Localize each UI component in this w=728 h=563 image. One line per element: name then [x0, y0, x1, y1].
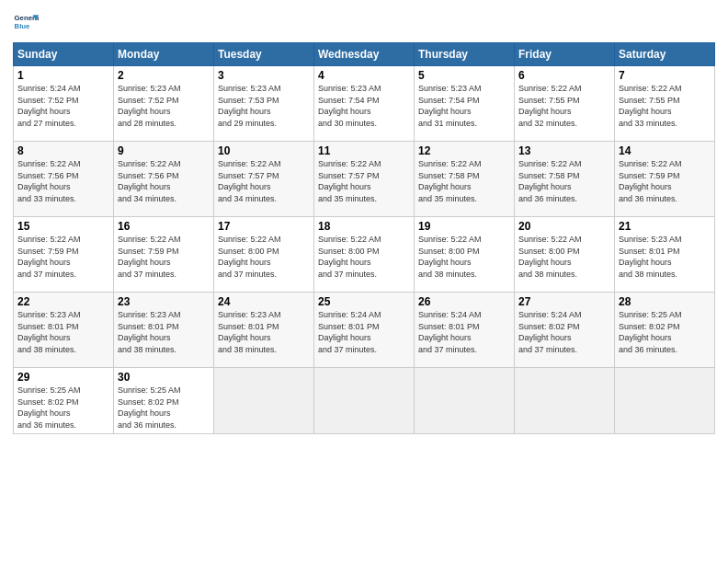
logo: General Blue	[13, 9, 39, 35]
calendar-cell: 16 Sunrise: 5:22 AM Sunset: 7:59 PM Dayl…	[114, 217, 214, 293]
calendar-cell: 3 Sunrise: 5:23 AM Sunset: 7:53 PM Dayli…	[214, 66, 314, 142]
day-number: 7	[619, 69, 711, 82]
cell-info: Sunrise: 5:23 AM Sunset: 7:52 PM Dayligh…	[118, 83, 210, 129]
cell-info: Sunrise: 5:24 AM Sunset: 8:01 PM Dayligh…	[318, 309, 410, 355]
calendar-cell: 29 Sunrise: 5:25 AM Sunset: 8:02 PM Dayl…	[14, 368, 114, 434]
cell-info: Sunrise: 5:23 AM Sunset: 8:01 PM Dayligh…	[118, 309, 210, 355]
svg-text:Blue: Blue	[15, 22, 31, 30]
day-number: 6	[518, 69, 610, 82]
cell-info: Sunrise: 5:25 AM Sunset: 8:02 PM Dayligh…	[17, 385, 109, 431]
day-number: 13	[518, 144, 610, 157]
weekday-header: Saturday	[615, 43, 715, 66]
day-number: 30	[118, 371, 210, 384]
cell-info: Sunrise: 5:22 AM Sunset: 8:00 PM Dayligh…	[318, 234, 410, 280]
day-number: 9	[118, 144, 210, 157]
calendar-cell	[615, 368, 715, 434]
cell-info: Sunrise: 5:23 AM Sunset: 8:01 PM Dayligh…	[218, 309, 310, 355]
calendar-cell: 11 Sunrise: 5:22 AM Sunset: 7:57 PM Dayl…	[314, 142, 415, 217]
calendar-cell: 19 Sunrise: 5:22 AM Sunset: 8:00 PM Dayl…	[415, 217, 515, 293]
cell-info: Sunrise: 5:22 AM Sunset: 7:56 PM Dayligh…	[17, 158, 109, 204]
day-number: 10	[218, 144, 310, 157]
day-number: 20	[518, 220, 610, 233]
calendar-cell: 21 Sunrise: 5:23 AM Sunset: 8:01 PM Dayl…	[615, 217, 715, 293]
day-number: 8	[17, 144, 109, 157]
day-number: 1	[17, 69, 109, 82]
calendar-cell: 28 Sunrise: 5:25 AM Sunset: 8:02 PM Dayl…	[615, 293, 715, 368]
calendar-cell: 14 Sunrise: 5:22 AM Sunset: 7:59 PM Dayl…	[615, 142, 715, 217]
cell-info: Sunrise: 5:24 AM Sunset: 8:02 PM Dayligh…	[518, 309, 610, 355]
calendar-cell: 2 Sunrise: 5:23 AM Sunset: 7:52 PM Dayli…	[114, 66, 214, 142]
day-number: 27	[518, 295, 610, 308]
cell-info: Sunrise: 5:23 AM Sunset: 7:54 PM Dayligh…	[318, 83, 410, 129]
cell-info: Sunrise: 5:25 AM Sunset: 8:02 PM Dayligh…	[619, 309, 711, 355]
cell-info: Sunrise: 5:22 AM Sunset: 7:55 PM Dayligh…	[518, 83, 610, 129]
calendar-cell: 18 Sunrise: 5:22 AM Sunset: 8:00 PM Dayl…	[314, 217, 415, 293]
cell-info: Sunrise: 5:22 AM Sunset: 7:58 PM Dayligh…	[518, 158, 610, 204]
calendar-cell: 8 Sunrise: 5:22 AM Sunset: 7:56 PM Dayli…	[14, 142, 114, 217]
calendar-cell: 1 Sunrise: 5:24 AM Sunset: 7:52 PM Dayli…	[14, 66, 114, 142]
calendar-cell: 4 Sunrise: 5:23 AM Sunset: 7:54 PM Dayli…	[314, 66, 415, 142]
weekday-header: Thursday	[415, 43, 515, 66]
calendar-cell: 30 Sunrise: 5:25 AM Sunset: 8:02 PM Dayl…	[114, 368, 214, 434]
day-number: 11	[318, 144, 410, 157]
calendar-cell: 26 Sunrise: 5:24 AM Sunset: 8:01 PM Dayl…	[415, 293, 515, 368]
cell-info: Sunrise: 5:24 AM Sunset: 8:01 PM Dayligh…	[418, 309, 510, 355]
calendar-cell: 17 Sunrise: 5:22 AM Sunset: 8:00 PM Dayl…	[214, 217, 314, 293]
day-number: 24	[218, 295, 310, 308]
cell-info: Sunrise: 5:22 AM Sunset: 7:57 PM Dayligh…	[218, 158, 310, 204]
cell-info: Sunrise: 5:22 AM Sunset: 7:57 PM Dayligh…	[318, 158, 410, 204]
day-number: 26	[418, 295, 510, 308]
calendar-cell	[314, 368, 415, 434]
calendar-cell: 24 Sunrise: 5:23 AM Sunset: 8:01 PM Dayl…	[214, 293, 314, 368]
day-number: 5	[418, 69, 510, 82]
day-number: 23	[118, 295, 210, 308]
calendar-cell	[214, 368, 314, 434]
day-number: 12	[418, 144, 510, 157]
cell-info: Sunrise: 5:22 AM Sunset: 7:55 PM Dayligh…	[619, 83, 711, 129]
calendar-cell: 5 Sunrise: 5:23 AM Sunset: 7:54 PM Dayli…	[415, 66, 515, 142]
day-number: 28	[619, 295, 711, 308]
calendar-cell: 9 Sunrise: 5:22 AM Sunset: 7:56 PM Dayli…	[114, 142, 214, 217]
cell-info: Sunrise: 5:23 AM Sunset: 7:53 PM Dayligh…	[218, 83, 310, 129]
day-number: 3	[218, 69, 310, 82]
cell-info: Sunrise: 5:22 AM Sunset: 7:59 PM Dayligh…	[118, 234, 210, 280]
cell-info: Sunrise: 5:22 AM Sunset: 7:59 PM Dayligh…	[619, 158, 711, 204]
logo-icon: General Blue	[13, 9, 39, 35]
cell-info: Sunrise: 5:22 AM Sunset: 7:58 PM Dayligh…	[418, 158, 510, 204]
calendar-cell: 20 Sunrise: 5:22 AM Sunset: 8:00 PM Dayl…	[515, 217, 615, 293]
calendar-cell: 22 Sunrise: 5:23 AM Sunset: 8:01 PM Dayl…	[14, 293, 114, 368]
day-number: 16	[118, 220, 210, 233]
calendar-cell: 7 Sunrise: 5:22 AM Sunset: 7:55 PM Dayli…	[615, 66, 715, 142]
cell-info: Sunrise: 5:22 AM Sunset: 7:56 PM Dayligh…	[118, 158, 210, 204]
cell-info: Sunrise: 5:22 AM Sunset: 7:59 PM Dayligh…	[17, 234, 109, 280]
page-header: General Blue	[13, 9, 715, 35]
cell-info: Sunrise: 5:23 AM Sunset: 8:01 PM Dayligh…	[619, 234, 711, 280]
cell-info: Sunrise: 5:23 AM Sunset: 7:54 PM Dayligh…	[418, 83, 510, 129]
day-number: 29	[17, 371, 109, 384]
cell-info: Sunrise: 5:22 AM Sunset: 8:00 PM Dayligh…	[518, 234, 610, 280]
day-number: 22	[17, 295, 109, 308]
calendar-table: SundayMondayTuesdayWednesdayThursdayFrid…	[13, 42, 715, 434]
day-number: 19	[418, 220, 510, 233]
calendar-cell	[415, 368, 515, 434]
weekday-header: Tuesday	[214, 43, 314, 66]
cell-info: Sunrise: 5:22 AM Sunset: 8:00 PM Dayligh…	[218, 234, 310, 280]
cell-info: Sunrise: 5:24 AM Sunset: 7:52 PM Dayligh…	[17, 83, 109, 129]
weekday-header: Wednesday	[314, 43, 415, 66]
calendar-cell: 25 Sunrise: 5:24 AM Sunset: 8:01 PM Dayl…	[314, 293, 415, 368]
calendar-cell: 27 Sunrise: 5:24 AM Sunset: 8:02 PM Dayl…	[515, 293, 615, 368]
day-number: 14	[619, 144, 711, 157]
cell-info: Sunrise: 5:25 AM Sunset: 8:02 PM Dayligh…	[118, 385, 210, 431]
cell-info: Sunrise: 5:22 AM Sunset: 8:00 PM Dayligh…	[418, 234, 510, 280]
weekday-header: Sunday	[14, 43, 114, 66]
calendar-cell: 12 Sunrise: 5:22 AM Sunset: 7:58 PM Dayl…	[415, 142, 515, 217]
calendar-cell: 23 Sunrise: 5:23 AM Sunset: 8:01 PM Dayl…	[114, 293, 214, 368]
day-number: 4	[318, 69, 410, 82]
calendar-cell	[515, 368, 615, 434]
day-number: 2	[118, 69, 210, 82]
day-number: 21	[619, 220, 711, 233]
weekday-header: Friday	[515, 43, 615, 66]
day-number: 15	[17, 220, 109, 233]
calendar-cell: 6 Sunrise: 5:22 AM Sunset: 7:55 PM Dayli…	[515, 66, 615, 142]
day-number: 17	[218, 220, 310, 233]
